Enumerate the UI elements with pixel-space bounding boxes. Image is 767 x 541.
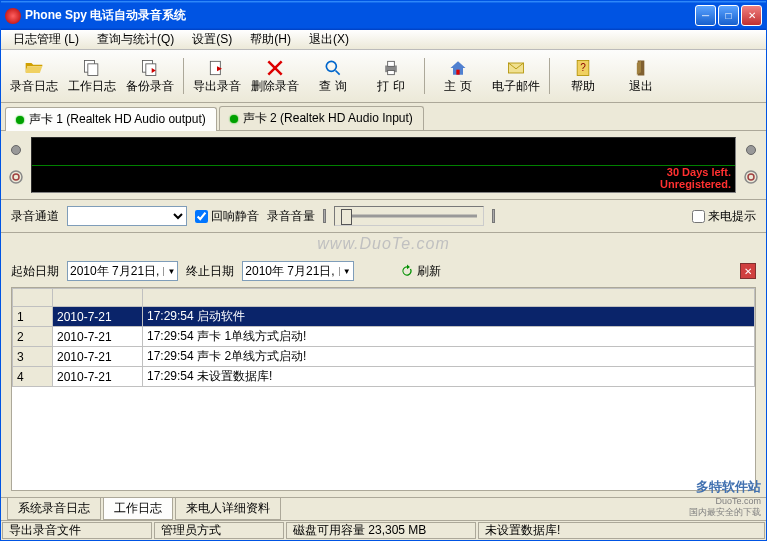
tb-rec-log[interactable]: 录音日志 (7, 54, 61, 98)
tb-email[interactable]: 电子邮件 (489, 54, 543, 98)
menu-log[interactable]: 日志管理 (L) (5, 29, 87, 50)
folder-open-icon (24, 58, 44, 78)
delete-icon (265, 58, 285, 78)
start-date-value: 2010年 7月21日, (70, 263, 159, 280)
incoming-hint-checkbox[interactable]: 来电提示 (692, 208, 756, 225)
trial-days-left: 30 Days left. (660, 166, 731, 178)
refresh-label: 刷新 (417, 263, 441, 280)
tb-work-log[interactable]: 工作日志 (65, 54, 119, 98)
start-date-label: 起始日期 (11, 263, 59, 280)
table-row[interactable]: 4 2010-7-21 17:29:54 未设置数据库! (13, 367, 755, 387)
coil-icon[interactable] (743, 169, 759, 185)
end-date-label: 终止日期 (186, 263, 234, 280)
watermark: www.DuoTe.com (1, 233, 766, 255)
tb-delete-label: 删除录音 (251, 78, 299, 95)
home-icon (448, 58, 468, 78)
grid-header-row (13, 289, 755, 307)
tab-soundcard-2[interactable]: 声卡 2 (Realtek HD Audio Input) (219, 106, 424, 130)
volume-slider[interactable] (334, 206, 484, 226)
panel-close-button[interactable]: ✕ (740, 263, 756, 279)
svg-rect-1 (88, 63, 98, 75)
btab-work-log[interactable]: 工作日志 (103, 498, 173, 520)
status-export-file: 导出录音文件 (2, 522, 152, 539)
row-index: 2 (13, 327, 53, 347)
echo-mute-checkbox[interactable]: 回响静音 (195, 208, 259, 225)
end-date-picker[interactable]: 2010年 7月21日, ▼ (242, 261, 353, 281)
svg-rect-8 (388, 70, 395, 74)
trial-unregistered: Unregistered. (660, 178, 731, 190)
status-disk: 磁盘可用容量 23,305 MB (286, 522, 476, 539)
tb-print-label: 打 印 (377, 78, 404, 95)
tb-home[interactable]: 主 页 (431, 54, 485, 98)
tb-print[interactable]: 打 印 (364, 54, 418, 98)
svg-rect-7 (388, 61, 395, 66)
incoming-hint-label: 来电提示 (708, 208, 756, 225)
echo-mute-label: 回响静音 (211, 208, 259, 225)
tb-email-label: 电子邮件 (492, 78, 540, 95)
menubar: 日志管理 (L) 查询与统计(Q) 设置(S) 帮助(H) 退出(X) (1, 30, 766, 50)
trial-notice: 30 Days left. Unregistered. (660, 166, 731, 190)
brand-slogan: 国内最安全的下载 (689, 506, 761, 519)
status-dot-right (746, 145, 756, 155)
tb-delete[interactable]: 删除录音 (248, 54, 302, 98)
email-icon (506, 58, 526, 78)
chevron-down-icon: ▼ (339, 267, 351, 276)
toolbar-separator (183, 58, 184, 94)
table-row[interactable]: 1 2010-7-21 17:29:54 启动软件 (13, 307, 755, 327)
chevron-down-icon: ▼ (163, 267, 175, 276)
incoming-hint-input[interactable] (692, 210, 705, 223)
row-date: 2010-7-21 (53, 367, 143, 387)
svg-point-15 (13, 174, 19, 180)
tb-help[interactable]: ? 帮助 (556, 54, 610, 98)
table-row[interactable]: 3 2010-7-21 17:29:54 声卡 2单线方式启动! (13, 347, 755, 367)
brand-watermark: 多特软件站 DuoTe.com 国内最安全的下载 (689, 478, 761, 519)
statusbar: 导出录音文件 管理员方式 磁盘可用容量 23,305 MB 未设置数据库! (1, 520, 766, 540)
tab-soundcard-1[interactable]: 声卡 1 (Realtek HD Audio output) (5, 107, 217, 131)
tb-exit[interactable]: 退出 (614, 54, 668, 98)
maximize-button[interactable]: □ (718, 5, 739, 26)
refresh-icon (400, 264, 414, 278)
tb-help-label: 帮助 (571, 78, 595, 95)
menu-exit[interactable]: 退出(X) (301, 29, 357, 50)
minimize-button[interactable]: ─ (695, 5, 716, 26)
svg-text:?: ? (580, 62, 586, 73)
led-icon (230, 115, 238, 123)
close-button[interactable]: ✕ (741, 5, 762, 26)
tb-search[interactable]: 查 询 (306, 54, 360, 98)
status-db: 未设置数据库! (478, 522, 765, 539)
svg-point-16 (745, 171, 757, 183)
slider-end-right (492, 209, 495, 223)
tb-export[interactable]: 导出录音 (190, 54, 244, 98)
row-index: 1 (13, 307, 53, 327)
grid-header-index[interactable] (13, 289, 53, 307)
led-icon (16, 116, 24, 124)
channel-select[interactable] (67, 206, 187, 226)
row-message: 17:29:54 声卡 2单线方式启动! (143, 347, 755, 367)
grid-header-message[interactable] (143, 289, 755, 307)
export-icon (207, 58, 227, 78)
row-index: 3 (13, 347, 53, 367)
start-date-picker[interactable]: 2010年 7月21日, ▼ (67, 261, 178, 281)
brand-url: DuoTe.com (689, 496, 761, 506)
coil-icon[interactable] (8, 169, 24, 185)
toolbar-separator (549, 58, 550, 94)
menu-help[interactable]: 帮助(H) (242, 29, 299, 50)
window-title: Phone Spy 电话自动录音系统 (25, 7, 695, 24)
waveform-display: 30 Days left. Unregistered. (31, 137, 736, 193)
tb-backup[interactable]: 备份录音 (123, 54, 177, 98)
grid-header-date[interactable] (53, 289, 143, 307)
tb-search-label: 查 询 (319, 78, 346, 95)
backup-icon (140, 58, 160, 78)
refresh-button[interactable]: 刷新 (400, 263, 441, 280)
status-admin-mode: 管理员方式 (154, 522, 284, 539)
log-grid: 1 2010-7-21 17:29:54 启动软件 2 2010-7-21 17… (11, 287, 756, 491)
tb-backup-label: 备份录音 (126, 78, 174, 95)
btab-caller-detail[interactable]: 来电人详细资料 (175, 498, 281, 520)
slider-thumb[interactable] (341, 209, 352, 225)
btab-sys-log[interactable]: 系统录音日志 (7, 498, 101, 520)
menu-settings[interactable]: 设置(S) (184, 29, 240, 50)
echo-mute-input[interactable] (195, 210, 208, 223)
menu-query[interactable]: 查询与统计(Q) (89, 29, 182, 50)
copy-icon (82, 58, 102, 78)
table-row[interactable]: 2 2010-7-21 17:29:54 声卡 1单线方式启动! (13, 327, 755, 347)
